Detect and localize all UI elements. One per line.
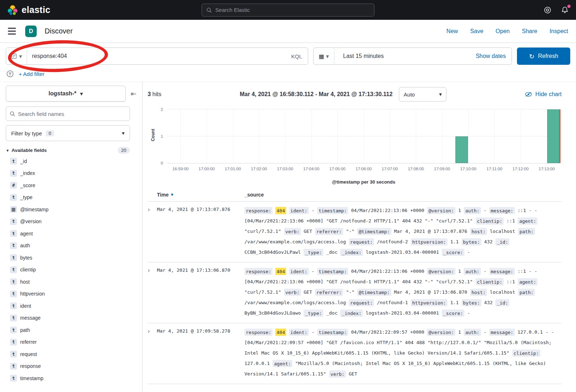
source-field-name: request: <box>349 299 374 306</box>
refresh-label: Refresh <box>538 53 558 59</box>
field-item-_index[interactable]: t_index <box>6 167 130 180</box>
field-item-host[interactable]: thost <box>6 276 130 288</box>
interval-select[interactable]: Auto ▾ <box>399 87 446 102</box>
index-pattern-select[interactable]: logstash-* ▾ <box>6 86 126 102</box>
vertical-gridline <box>416 109 416 163</box>
source-field-value: Mar 4, 2021 @ 17:13:07.876 <box>394 229 467 234</box>
source-field-name: ident: <box>289 207 309 214</box>
field-item-_id[interactable]: t_id <box>6 155 130 167</box>
field-item-agent[interactable]: tagent <box>6 227 130 240</box>
source-field-name: @timestamp: <box>357 228 391 235</box>
histogram-bar[interactable] <box>547 109 559 163</box>
nav-action-new[interactable]: New <box>446 28 458 35</box>
chart-plot: 16:59:0017:00:0017:01:0017:02:0017:03:00… <box>167 109 560 163</box>
source-field-name: agent: <box>518 217 537 225</box>
source-field-value: 1.1 <box>450 239 459 244</box>
hits-value: 3 <box>148 91 151 97</box>
collapse-sidebar-icon[interactable]: ⇤ <box>131 90 136 98</box>
saved-query-menu-button[interactable]: ▾ <box>6 48 27 64</box>
field-list: t_idt_index#_scoret_type▦@timestampt@ver… <box>6 155 136 384</box>
alerts-icon[interactable] <box>561 6 569 14</box>
source-field-value: 432 <box>484 239 492 244</box>
x-tick-label: 17:05:00 <box>329 167 346 171</box>
field-item-timestamp[interactable]: ttimestamp <box>6 372 130 384</box>
source-field-value: 404 <box>275 329 286 336</box>
field-name: agent <box>20 231 33 236</box>
field-search-input[interactable] <box>18 111 126 117</box>
field-name: path <box>20 327 30 333</box>
time-picker-menu-button[interactable]: ▦ ▾ <box>314 48 334 64</box>
source-field-name: _index: <box>340 310 363 317</box>
source-field-name: ident: <box>289 268 309 275</box>
vertical-gridline <box>207 109 207 163</box>
field-search[interactable] <box>6 107 130 121</box>
time-column-header[interactable]: Time ▼ <box>157 192 243 198</box>
query-input[interactable]: ▾ response:404 KQL <box>6 48 308 65</box>
nav-action-save[interactable]: Save <box>470 28 483 35</box>
chevron-down-icon[interactable]: ▾ <box>6 148 9 153</box>
source-field-value: "-" <box>346 229 354 234</box>
filter-bar: + Add filter <box>0 69 576 82</box>
x-tick-label: 17:02:00 <box>251 167 267 171</box>
field-name: @version <box>20 218 41 224</box>
text-type-icon: t <box>10 194 17 201</box>
expand-row-icon[interactable]: › <box>148 205 157 257</box>
y-tick-label: 0 <box>161 161 163 165</box>
field-item-message[interactable]: tmessage <box>6 312 130 324</box>
calendar-icon: ▦ <box>10 206 17 213</box>
menu-icon[interactable] <box>8 28 16 35</box>
field-item-bytes[interactable]: tbytes <box>6 252 130 264</box>
source-column-header: _source <box>243 192 562 198</box>
source-field-value: 1 <box>458 208 461 213</box>
nav-action-open[interactable]: Open <box>496 28 510 35</box>
elastic-logo[interactable]: elastic <box>7 5 50 15</box>
source-field-value: GET <box>349 371 357 377</box>
query-text[interactable]: response:404 <box>27 53 291 59</box>
vertical-gridline <box>285 109 285 163</box>
show-dates-button[interactable]: Show dates <box>476 53 512 59</box>
source-field-value: 432 <box>484 300 492 305</box>
field-item-path[interactable]: tpath <box>6 324 130 336</box>
filter-by-type-button[interactable]: Filter by type 0 ▾ <box>6 125 130 141</box>
nav-action-share[interactable]: Share <box>522 28 537 35</box>
global-search-input[interactable] <box>215 7 370 13</box>
discover-app-badge[interactable]: D <box>25 26 37 37</box>
histogram-bar[interactable] <box>455 136 468 163</box>
add-filter-button[interactable]: + Add filter <box>19 71 44 77</box>
expand-row-icon[interactable]: › <box>148 266 157 318</box>
source-field-value: - <box>311 269 314 274</box>
help-icon[interactable] <box>544 6 552 14</box>
field-item-referrer[interactable]: treferrer <box>6 336 130 348</box>
x-axis-title: @timestamp per 30 seconds <box>148 179 562 185</box>
field-item-@timestamp[interactable]: ▦@timestamp <box>6 203 130 216</box>
source-field-value: localhost <box>490 289 515 295</box>
time-range-value[interactable]: Last 15 minutes <box>334 53 476 59</box>
field-item-_type[interactable]: t_type <box>6 192 130 204</box>
doc-row: ›Mar 4, 2021 @ 17:13:07.876response: 404… <box>148 202 562 262</box>
nav-action-inspect[interactable]: Inspect <box>549 28 568 35</box>
hide-chart-button[interactable]: Hide chart <box>525 91 562 98</box>
source-field-name: host: <box>470 289 487 296</box>
filter-icon[interactable] <box>6 70 14 77</box>
field-item-response[interactable]: tresponse <box>6 360 130 373</box>
table-header: Time ▼ _source <box>148 189 562 202</box>
field-item-@version[interactable]: t@version <box>6 216 130 228</box>
field-item-request[interactable]: trequest <box>6 348 130 360</box>
expand-row-icon[interactable]: › <box>148 327 157 379</box>
source-field-value: CCBN_3cB04dGovJLPawl <box>244 249 301 255</box>
field-item-httpversion[interactable]: thttpversion <box>6 288 130 300</box>
global-search[interactable] <box>202 4 374 17</box>
x-tick-label: 17:08:00 <box>408 167 424 171</box>
query-language-button[interactable]: KQL <box>291 53 308 59</box>
search-icon <box>10 111 15 117</box>
field-item-clientip[interactable]: tclientip <box>6 264 130 276</box>
source-field-value: ::1 <box>507 218 515 224</box>
source-field-value: /notfound-1 <box>377 300 408 305</box>
source-field-value: 404 <box>275 268 286 275</box>
field-item-auth[interactable]: tauth <box>6 240 130 252</box>
refresh-button[interactable]: ↻ Refresh <box>517 48 570 65</box>
source-field-name: clientip: <box>476 217 504 225</box>
field-item-_score[interactable]: #_score <box>6 179 130 192</box>
sort-desc-icon: ▼ <box>171 193 173 197</box>
field-item-ident[interactable]: tident <box>6 300 130 312</box>
